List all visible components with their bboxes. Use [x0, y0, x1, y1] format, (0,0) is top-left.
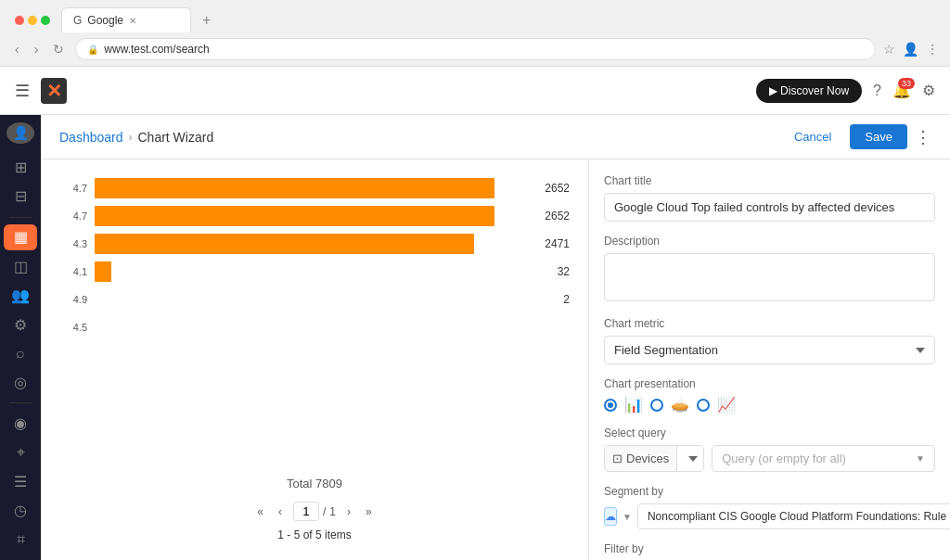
bar-chart-option[interactable] — [604, 399, 617, 412]
url-text: www.test.com/search — [104, 43, 209, 56]
sidebar-item-grid[interactable]: ⊞ — [4, 155, 37, 180]
sidebar-item-users[interactable]: 👥 — [4, 283, 37, 308]
forward-btn[interactable]: › — [31, 40, 43, 58]
sidebar-item-search[interactable]: ⌕ — [4, 341, 37, 366]
segment-select[interactable]: Noncompliant CIS Google Cloud Platform F… — [637, 503, 950, 529]
minimize-dot[interactable] — [28, 16, 37, 25]
page-input[interactable] — [293, 502, 319, 521]
globe-icon: ◎ — [14, 374, 27, 391]
line-chart-radio[interactable] — [697, 399, 710, 412]
sidebar-avatar[interactable]: 👤 — [6, 122, 34, 144]
sidebar-item-history[interactable]: ◷ — [4, 498, 37, 523]
last-page-btn[interactable]: » — [362, 503, 376, 520]
breadcrumb-parent[interactable]: Dashboard — [59, 130, 123, 145]
dashboard-icon: ⊟ — [15, 187, 27, 205]
query-dropdown-icon: ▼ — [916, 453, 925, 464]
chart-row-3: 4.3 2471 — [59, 234, 570, 254]
chart-metric-select[interactable]: Field Segmentation — [604, 336, 935, 364]
tab-close-btn[interactable]: ✕ — [129, 16, 136, 26]
lock-icon: 🔒 — [87, 45, 98, 55]
query-section: Select query ⊡ Devices — [604, 426, 935, 472]
chart-value-3: 2471 — [523, 237, 570, 250]
filter-section: Filter by ( NOT Field ) ⎘ ✕ — [604, 542, 935, 560]
device-icon: ⊡ — [612, 452, 623, 465]
chart-title-input[interactable] — [604, 193, 935, 222]
page-actions: Cancel Save ⋮ — [783, 124, 931, 149]
search-icon: ⌕ — [16, 345, 25, 362]
chart-bar-2 — [95, 206, 494, 226]
query-input[interactable]: Query (or empty for all) ▼ — [712, 445, 935, 472]
line-chart-icon[interactable]: 📈 — [717, 396, 736, 414]
refresh-btn[interactable]: ↻ — [49, 40, 68, 58]
next-page-btn[interactable]: › — [343, 503, 354, 520]
bar-chart-radio[interactable] — [604, 399, 617, 412]
sidebar-item-settings[interactable]: ⚙ — [4, 312, 37, 337]
pie-chart-radio[interactable] — [650, 399, 663, 412]
chart-label-5: 4.9 — [59, 294, 87, 305]
query-device-selector[interactable]: ⊡ Devices — [604, 445, 704, 472]
cancel-button[interactable]: Cancel — [783, 124, 842, 149]
chart-value-1: 2652 — [523, 182, 570, 195]
settings-icon: ⚙ — [922, 83, 935, 98]
avatar-icon: 👤 — [13, 125, 29, 140]
help-button[interactable]: ? — [873, 83, 881, 99]
more-options-button[interactable]: ⋮ — [915, 127, 931, 147]
link-icon: ⌖ — [17, 444, 25, 461]
browser-tab[interactable]: G Google ✕ — [61, 7, 191, 32]
save-button[interactable]: Save — [850, 124, 907, 149]
prev-page-btn[interactable]: ‹ — [275, 503, 286, 520]
notification-badge: 33 — [898, 78, 915, 89]
chart-row-4: 4.1 32 — [59, 261, 570, 282]
profile-icon[interactable]: 👤 — [903, 42, 918, 57]
sidebar-item-docs[interactable]: ☰ — [4, 469, 37, 494]
notifications-button[interactable]: 🔔 33 — [892, 82, 911, 99]
description-section: Description — [604, 235, 935, 304]
breadcrumb: Dashboard › Chart Wizard — [59, 130, 213, 145]
discover-now-button[interactable]: ▶ Discover Now — [756, 79, 862, 103]
chart-bar-container-4 — [95, 261, 516, 282]
close-dot[interactable] — [15, 16, 24, 25]
sidebar-item-layers[interactable]: ◫ — [4, 254, 37, 279]
chart-value-4: 32 — [523, 265, 570, 278]
maximize-dot[interactable] — [41, 16, 50, 25]
sidebar-item-link[interactable]: ⌖ — [4, 440, 37, 465]
chart-bar-4 — [95, 261, 111, 282]
clock-icon: ◷ — [14, 502, 27, 519]
page-separator: / — [323, 505, 326, 518]
more-icon: ⋮ — [915, 128, 931, 146]
chart-wrapper: 4.7 2652 4.7 2652 — [59, 178, 570, 458]
chart-label-2: 4.7 — [59, 210, 87, 222]
description-input[interactable] — [604, 253, 935, 301]
menu-icon[interactable]: ⋮ — [926, 42, 939, 57]
sidebar-item-dashboard[interactable]: ⊟ — [4, 184, 37, 209]
sidebar-item-globe[interactable]: ◎ — [4, 370, 37, 395]
bar-chart-icon[interactable]: 📊 — [624, 396, 643, 414]
sidebar-item-config[interactable]: ◉ — [4, 411, 37, 436]
star-icon[interactable]: ☆ — [883, 42, 895, 57]
logo-icon: ✕ — [46, 80, 62, 102]
device-label: Devices — [626, 452, 669, 465]
breadcrumb-separator: › — [129, 131, 133, 144]
query-device-select[interactable] — [677, 446, 703, 471]
layers-icon: ◫ — [14, 258, 28, 275]
chart-label-6: 4.5 — [59, 322, 87, 333]
back-btn[interactable]: ‹ — [11, 40, 23, 58]
chart-label-4: 4.1 — [59, 266, 87, 277]
new-tab-btn[interactable]: + — [195, 12, 218, 29]
pie-chart-option[interactable] — [650, 399, 663, 412]
chart-title-label: Chart title — [604, 174, 935, 187]
first-page-btn[interactable]: « — [253, 503, 267, 520]
items-count: 1 - 5 of 5 items — [59, 528, 570, 541]
chart-label-3: 4.3 — [59, 238, 87, 249]
gear-icon: ⚙ — [14, 316, 27, 334]
sidebar-item-tools[interactable]: ⌗ — [4, 528, 37, 553]
sidebar: 👤 ⊞ ⊟ ▦ ◫ 👥 ⚙ ⌕ — [0, 115, 41, 560]
tab-title: Google — [87, 14, 123, 27]
pie-chart-icon[interactable]: 🥧 — [671, 396, 689, 414]
segment-dropdown-arrow[interactable]: ▼ — [623, 512, 632, 522]
address-bar[interactable]: 🔒 www.test.com/search — [75, 38, 876, 60]
sidebar-item-charts[interactable]: ▦ — [4, 224, 37, 249]
line-chart-option[interactable] — [697, 399, 710, 412]
settings-button[interactable]: ⚙ — [922, 82, 935, 99]
hamburger-menu[interactable]: ☰ — [15, 81, 30, 101]
